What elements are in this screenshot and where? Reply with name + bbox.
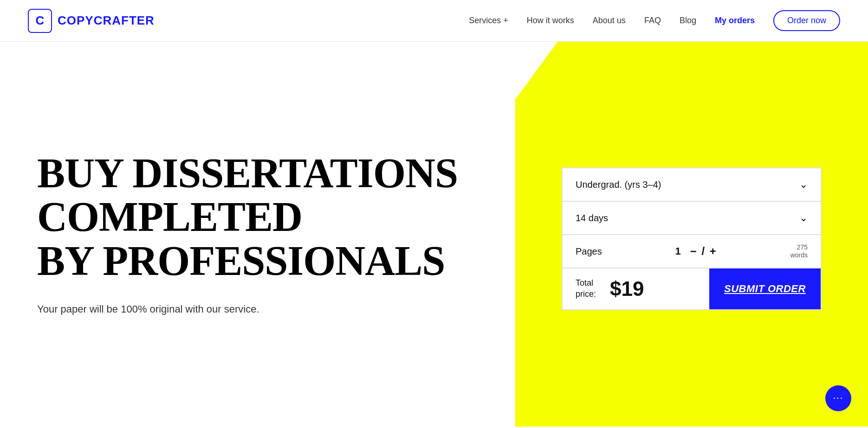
submit-order-button[interactable]: SUBMIT ORDER <box>709 268 821 309</box>
total-left: Totalprice: $19 <box>563 268 709 309</box>
chat-dots-icon: ··· <box>833 393 844 403</box>
pages-controls: 1 − / + <box>675 245 717 258</box>
total-label: Totalprice: <box>576 278 596 300</box>
total-row: Totalprice: $19 SUBMIT ORDER <box>563 268 821 309</box>
hero-subtitle: Your paper will be 100% original with ou… <box>37 301 487 317</box>
nav-blog[interactable]: Blog <box>680 16 696 26</box>
hero-title: BUY DISSERTATIONS COMPLETED BY PROFESSIO… <box>37 152 487 283</box>
nav-about-us[interactable]: About us <box>593 16 626 26</box>
nav-faq[interactable]: FAQ <box>644 16 661 26</box>
deadline-selector[interactable]: 14 days ⌄ <box>563 202 821 235</box>
hero-content: BUY DISSERTATIONS COMPLETED BY PROFESSIO… <box>0 124 515 345</box>
nav-how-it-works[interactable]: How it works <box>527 16 574 26</box>
pages-count: 1 <box>675 245 681 257</box>
deadline-label: 14 days <box>576 213 608 224</box>
academic-level-selector[interactable]: Undergrad. (yrs 3–4) ⌄ <box>563 168 821 202</box>
hero-right: Undergrad. (yrs 3–4) ⌄ 14 days ⌄ Pages 1… <box>515 42 868 427</box>
pages-words: 275 words <box>790 243 808 259</box>
words-unit: words <box>790 251 808 259</box>
main-nav: Services + How it works About us FAQ Blo… <box>469 10 840 31</box>
order-widget: Undergrad. (yrs 3–4) ⌄ 14 days ⌄ Pages 1… <box>562 167 822 310</box>
pages-label: Pages <box>576 246 602 257</box>
brand-name: COPYCRAFTER <box>58 13 155 28</box>
logo[interactable]: C COPYCRAFTER <box>28 9 155 33</box>
pages-row: Pages 1 − / + 275 words <box>563 235 821 268</box>
logo-icon: C <box>28 9 52 33</box>
order-now-button[interactable]: Order now <box>773 10 840 31</box>
words-count: 275 <box>797 243 808 251</box>
total-price: $19 <box>610 277 644 300</box>
chat-button[interactable]: ··· <box>825 385 851 411</box>
nav-services[interactable]: Services + <box>469 16 508 26</box>
academic-level-label: Undergrad. (yrs 3–4) <box>576 179 661 190</box>
hero-section: BUY DISSERTATIONS COMPLETED BY PROFESSIO… <box>0 42 868 427</box>
pages-stepper[interactable]: − / + <box>690 245 717 258</box>
nav-my-orders[interactable]: My orders <box>715 16 755 26</box>
academic-level-chevron-icon: ⌄ <box>799 179 808 191</box>
deadline-chevron-icon: ⌄ <box>799 212 808 224</box>
